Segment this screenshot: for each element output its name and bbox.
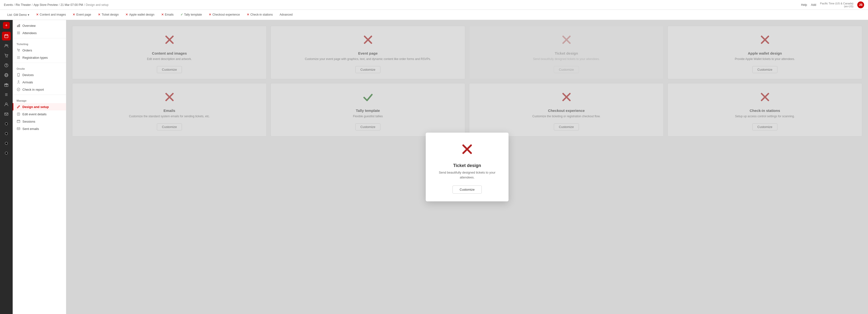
card-content-images: Content and images Edit event descriptio… [72,26,267,79]
tab-list-demo-label: List: GM Demo [7,13,27,17]
customize-button[interactable]: Customize [157,123,182,131]
checklist-icon-button[interactable] [2,90,11,99]
card-title: Event page [358,51,377,55]
error-icon: ✕ [209,13,211,16]
sidebar-item-label: Design and setup [22,105,49,109]
tab-content-images[interactable]: ✕ Content and images [33,10,69,20]
arrivals-icon [17,80,21,84]
tab-label: Content and images [40,13,66,16]
person-icon-button[interactable] [2,100,11,109]
customize-button[interactable]: Customize [752,66,777,73]
customize-button[interactable]: Customize [554,66,579,73]
customize-button[interactable]: Customize [752,123,777,131]
tab-checkout-experience[interactable]: ✕ Checkout experience [205,10,243,20]
tab-label: Ticket design [101,13,119,16]
sidebar-item-label: Arrivals [22,81,33,84]
error-icon [164,91,175,106]
sidebar-item-label: Registration types [22,56,48,59]
breadcrumb-current: Design and setup [86,3,108,7]
sidebar-item-sessions[interactable]: Sessions [13,118,66,125]
card-description: Customize the standard system emails for… [129,114,210,118]
success-icon: ✓ [181,13,183,16]
email-icon-button[interactable] [2,110,11,118]
svg-point-4 [5,45,7,46]
chevron-down-icon: ▾ [28,13,29,17]
card-ticket-design: Ticket design Send beautifully designed … [469,26,664,79]
sidebar-section-manage: Manage [13,96,66,103]
cart-icon-button[interactable] [2,51,11,60]
svg-rect-25 [17,25,18,27]
sidebar-item-label: Sessions [22,120,35,123]
svg-rect-27 [19,24,20,27]
add-icon-button[interactable]: + [3,22,10,29]
globe-icon-button[interactable] [2,71,11,80]
modal-error-icon [460,142,474,159]
circle2-icon-button[interactable] [2,129,11,138]
svg-point-22 [5,132,7,135]
error-icon: ✕ [36,13,39,16]
svg-point-7 [7,57,8,58]
svg-point-32 [19,51,20,52]
sidebar-item-orders[interactable]: Orders [13,47,66,54]
sidebar: Overview Attendees Ticketing Orders Regi… [13,20,66,314]
sidebar-item-label: Attendees [22,31,37,35]
svg-point-38 [18,81,19,82]
breadcrumb-date[interactable]: 21 Mar 07:00 PM [61,3,83,7]
card-tally-template: Tally template Flexible guestlist tallie… [271,83,465,137]
tab-label: Checkout experience [212,13,240,16]
sidebar-item-design-setup[interactable]: Design and setup [13,103,66,110]
tab-ticket-design[interactable]: ✕ Ticket design [94,10,122,20]
card-title: Emails [163,109,175,113]
customize-button[interactable]: Customize [355,66,380,73]
tab-check-in-stations[interactable]: ✕ Check-in stations [243,10,276,20]
svg-point-6 [6,57,7,58]
circle4-icon-button[interactable] [2,149,11,158]
error-icon [362,34,374,48]
tab-emails[interactable]: ✕ Emails [158,10,177,20]
sidebar-item-sent-emails[interactable]: Sent emails [13,125,66,132]
svg-point-39 [17,88,20,91]
modal-customize-button[interactable]: Customize [453,185,482,194]
sidebar-item-edit-event[interactable]: Edit event details [13,110,66,118]
sidebar-item-overview[interactable]: Overview [13,22,66,29]
help-link[interactable]: Help [801,3,807,7]
help-icon-button[interactable] [2,61,11,70]
breadcrumb-rio-theater[interactable]: Rio Theater [16,3,31,7]
error-icon [561,34,572,48]
sidebar-item-devices[interactable]: Devices [13,71,66,79]
people-icon-button[interactable] [2,41,11,50]
sidebar-item-registration-types[interactable]: Registration types [13,54,66,61]
sidebar-item-label: Orders [22,49,32,52]
svg-point-23 [5,142,7,145]
customize-button[interactable]: Customize [554,123,579,131]
card-apple-wallet: Apple wallet design Provide Apple Wallet… [668,26,862,79]
breadcrumb-events[interactable]: Events [4,3,13,7]
gift-icon-button[interactable] [2,81,11,89]
circle3-icon-button[interactable] [2,139,11,148]
sidebar-item-label: Devices [22,73,34,77]
svg-point-31 [18,51,19,52]
tab-apple-wallet[interactable]: ✕ Apple wallet design [122,10,158,20]
cards-grid: Content and images Edit event descriptio… [72,26,862,137]
modal-title: Ticket design [453,163,481,168]
tab-event-page[interactable]: ✕ Event page [69,10,94,20]
sidebar-item-attendees[interactable]: Attendees [13,29,66,36]
add-button[interactable]: Add [811,3,816,7]
sidebar-item-check-in-report[interactable]: Check in report [13,86,66,93]
tab-list-demo[interactable]: List: GM Demo ▾ [4,10,33,20]
customize-button[interactable]: Customize [157,66,182,73]
card-description: Setup up access control settings for sca… [735,114,795,118]
avatar[interactable]: JB [857,1,864,8]
tab-tally-template[interactable]: ✓ Tally template [177,10,205,20]
breadcrumb-app-store-preview[interactable]: App Store Preview [34,3,58,7]
calendar-icon-button[interactable] [2,32,11,40]
circle1-icon-button[interactable] [2,119,11,128]
customize-button[interactable]: Customize [355,123,380,131]
sidebar-item-arrivals[interactable]: Arrivals [13,79,66,86]
svg-rect-26 [18,25,19,27]
topbar-right: Help Add Pacific Time (US & Canada) (en-… [801,1,864,8]
tab-advanced[interactable]: Advanced [276,10,296,20]
content-area: Content and images Edit event descriptio… [66,20,868,314]
modal-description: Send beautifully designed tickets to you… [434,170,501,180]
error-icon: ✕ [72,13,75,16]
